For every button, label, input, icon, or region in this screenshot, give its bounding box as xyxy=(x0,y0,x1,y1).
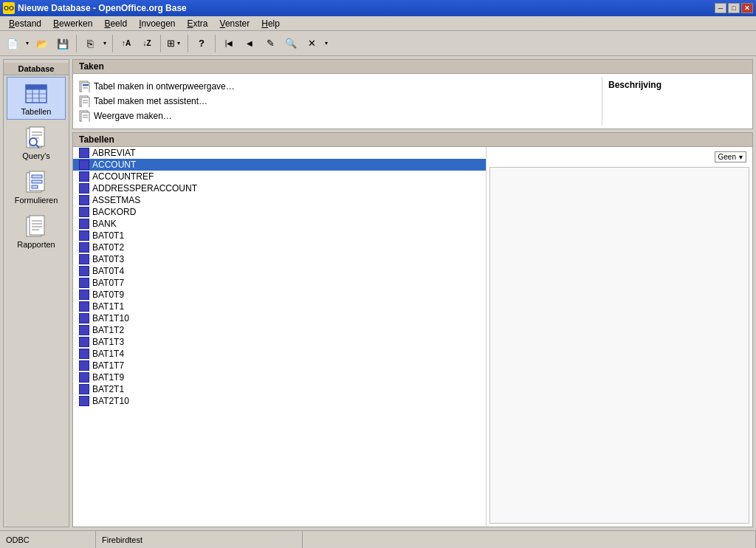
new-button[interactable] xyxy=(3,34,22,53)
table-item-icon xyxy=(79,219,89,229)
sort-asc-button[interactable]: ↑A xyxy=(117,34,136,53)
table-list-item[interactable]: BAT1T9 xyxy=(73,371,486,383)
table-list-item[interactable]: BAT1T10 xyxy=(73,312,486,324)
window-controls: ─ □ ✕ xyxy=(715,3,753,13)
taken-icon-1 xyxy=(79,81,91,92)
status-firebirdtest: Firebirdtest xyxy=(96,531,303,548)
geen-select[interactable]: Geen ▾ xyxy=(715,151,746,162)
table-item-icon xyxy=(79,230,89,241)
taken-link-1[interactable]: Tabel maken in ontwerpweergave… xyxy=(79,80,599,93)
taken-icon-3 xyxy=(79,110,91,122)
table-list-item[interactable]: BAT2T10 xyxy=(73,395,486,407)
status-odbc: ODBC xyxy=(0,531,96,548)
taken-content: Tabel maken in ontwerpweergave… Tabel ma… xyxy=(73,74,752,129)
table-item-icon xyxy=(79,372,89,383)
svg-rect-29 xyxy=(83,84,89,86)
table-item-label: ASSETMAS xyxy=(92,195,140,205)
titlebar-left: OO Nieuwe Database - OpenOffice.org Base xyxy=(3,2,187,14)
table-list-item[interactable]: BAT0T9 xyxy=(73,289,486,301)
sidebar-item-rapporten[interactable]: Rapporten xyxy=(7,210,66,253)
sidebar-tabellen-label: Tabellen xyxy=(21,107,52,116)
table-list-item[interactable]: BAT1T1 xyxy=(73,301,486,312)
sidebar-rapporten-label: Rapporten xyxy=(17,240,55,249)
table-list-item[interactable]: BAT0T2 xyxy=(73,242,486,253)
nav-edit-button[interactable]: ✎ xyxy=(261,34,280,53)
menu-venster[interactable]: Venster xyxy=(214,17,256,30)
tabellen-list[interactable]: ABREVIATACCOUNTACCOUNTREFADDRESSPERACCOU… xyxy=(73,147,486,527)
copy-arrow[interactable]: ▾ xyxy=(101,34,109,53)
menu-help[interactable]: Help xyxy=(255,17,286,30)
table-list-item[interactable]: BAT0T1 xyxy=(73,230,486,242)
status-extra xyxy=(303,531,756,548)
copy-button[interactable]: ⎘ xyxy=(80,34,100,53)
table-item-label: BAT0T2 xyxy=(92,242,124,253)
tabellen-list-container: ABREVIATACCOUNTACCOUNTREFADDRESSPERACCOU… xyxy=(73,147,487,527)
table-item-icon xyxy=(79,337,89,347)
table-item-label: ADDRESSPERACCOUNT xyxy=(92,183,197,193)
taken-link-2[interactable]: Tabel maken met assistent… xyxy=(79,95,599,108)
table-item-icon xyxy=(79,171,89,182)
beschrijving-label: Beschrijving xyxy=(608,80,743,90)
table-item-label: BAT1T4 xyxy=(92,349,124,359)
table-list-item[interactable]: BAT0T7 xyxy=(73,277,486,289)
sidebar-item-queries[interactable]: Query's xyxy=(7,121,66,164)
taken-link-3[interactable]: Weergave maken… xyxy=(79,109,599,123)
sidebar-header: Database xyxy=(4,63,69,75)
nav-arrow[interactable]: ▾ xyxy=(323,34,330,53)
table-item-icon xyxy=(79,313,89,323)
table-list-item[interactable]: BANK xyxy=(73,218,486,230)
table-item-icon xyxy=(79,301,89,312)
taken-link-1-label: Tabel maken in ontwerpweergave… xyxy=(94,81,235,92)
table-list-item[interactable]: BAT1T4 xyxy=(73,348,486,360)
geen-dropdown-area: Geen ▾ xyxy=(489,150,749,164)
table-item-label: BAT1T2 xyxy=(92,325,124,335)
sort-desc-button[interactable]: ↓Z xyxy=(137,34,157,53)
help-button[interactable]: ? xyxy=(192,34,211,53)
minimize-button[interactable]: ─ xyxy=(715,3,726,13)
sidebar-item-formulieren[interactable]: Formulieren xyxy=(7,165,66,208)
table-list-item[interactable]: BAT0T3 xyxy=(73,253,486,265)
new-dropdown: ▾ xyxy=(24,34,31,53)
table-list-item[interactable]: BACKORD xyxy=(73,206,486,218)
svg-rect-17 xyxy=(32,180,42,183)
table-item-label: BAT1T7 xyxy=(92,360,124,371)
view-arrow[interactable]: ▾ xyxy=(175,34,182,53)
table-item-label: BAT0T3 xyxy=(92,254,124,264)
open-button[interactable] xyxy=(32,34,52,53)
menu-invoegen[interactable]: Invoegen xyxy=(133,17,181,30)
sidebar-item-tabellen[interactable]: Tabellen xyxy=(7,77,66,120)
sidebar-formulieren-label: Formulieren xyxy=(15,196,58,205)
nav-first-button[interactable]: |◀ xyxy=(219,34,238,53)
nav-prev-button[interactable]: ◀ xyxy=(240,34,259,53)
table-item-icon xyxy=(79,207,89,217)
view-button[interactable]: ⊞ ▾ xyxy=(165,34,184,53)
menu-bewerken[interactable]: Bewerken xyxy=(47,17,98,30)
table-list-item[interactable]: ABREVIAT xyxy=(73,147,486,159)
table-list-item[interactable]: ADDRESSPERACCOUNT xyxy=(73,182,486,194)
toolbar-sep-3 xyxy=(160,35,161,52)
table-item-icon xyxy=(79,325,89,335)
close-button[interactable]: ✕ xyxy=(741,3,753,13)
table-list-item[interactable]: ACCOUNT xyxy=(73,159,486,171)
table-list-item[interactable]: ACCOUNTREF xyxy=(73,171,486,182)
menu-beeld[interactable]: Beeld xyxy=(98,17,133,30)
toolbar: ▾ ⎘ ▾ ↑A ↓Z ⊞ ▾ ? |◀ ◀ ✎ 🔍 ✕ ▾ xyxy=(0,31,756,56)
table-list-item[interactable]: BAT0T4 xyxy=(73,265,486,277)
table-item-label: BACKORD xyxy=(92,207,136,217)
menu-extra[interactable]: Extra xyxy=(182,17,214,30)
table-list-item[interactable]: BAT2T1 xyxy=(73,383,486,395)
new-arrow[interactable]: ▾ xyxy=(24,34,31,53)
nav-dropdown: ▾ xyxy=(323,34,330,53)
nav-search-button[interactable]: 🔍 xyxy=(281,34,300,53)
table-list-item[interactable]: BAT1T2 xyxy=(73,324,486,336)
maximize-button[interactable]: □ xyxy=(728,3,740,13)
table-item-icon xyxy=(79,242,89,253)
save-button[interactable] xyxy=(53,34,72,53)
nav-delete-button[interactable]: ✕ xyxy=(302,34,321,53)
table-item-icon xyxy=(79,148,89,158)
menu-bestand[interactable]: Bestand xyxy=(3,17,47,30)
table-list-item[interactable]: BAT1T3 xyxy=(73,336,486,348)
table-list-item[interactable]: ASSETMAS xyxy=(73,194,486,206)
table-list-item[interactable]: BAT1T7 xyxy=(73,360,486,371)
toolbar-sep-2 xyxy=(112,35,113,52)
